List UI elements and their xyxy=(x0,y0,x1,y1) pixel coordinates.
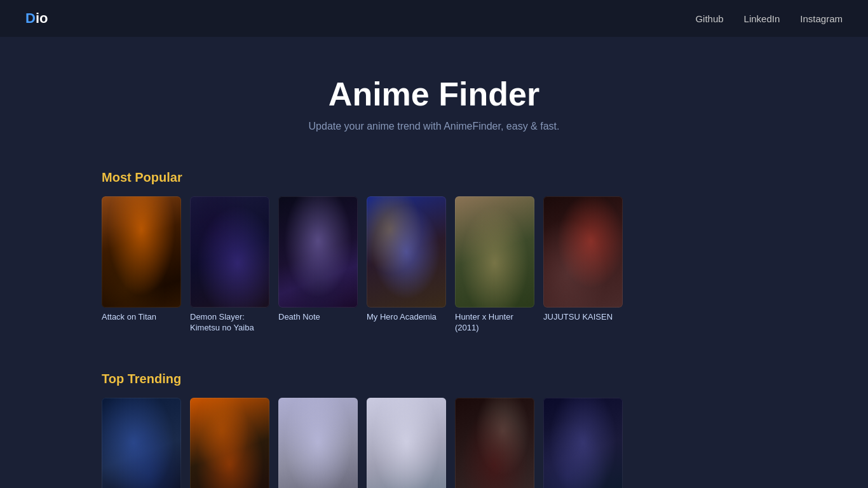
anime-title-hxh: Hunter x Hunter (2011) xyxy=(455,312,534,334)
top-trending-scroll[interactable]: BLUELOCK ONE PIECE Mobile Suit NieR:Auto… xyxy=(102,398,766,488)
top-trending-title: Top Trending xyxy=(102,372,766,386)
anime-card-bl[interactable]: BLUELOCK xyxy=(102,398,181,488)
logo[interactable]: Dio xyxy=(25,10,48,27)
anime-card-aot[interactable]: Attack on Titan xyxy=(102,196,181,334)
most-popular-scroll[interactable]: Attack on Titan Demon Slayer: Kimetsu no… xyxy=(102,196,766,340)
anime-title-dn: Death Note xyxy=(278,312,358,323)
anime-card-misfit[interactable]: The Misfit of xyxy=(543,398,623,488)
anime-card-tr[interactable]: Tokyo Revengers xyxy=(455,398,534,488)
anime-card-nier[interactable]: NieR:Automata xyxy=(367,398,446,488)
nav-linkedin[interactable]: LinkedIn xyxy=(744,13,780,24)
anime-card-dn[interactable]: Death Note xyxy=(278,196,358,334)
anime-title-aot: Attack on Titan xyxy=(102,312,181,323)
logo-rest: io xyxy=(36,10,48,26)
nav-github[interactable]: Github xyxy=(695,13,723,24)
most-popular-title: Most Popular xyxy=(102,170,766,185)
anime-card-jjk[interactable]: JUJUTSU KAISEN xyxy=(543,196,623,334)
hero-subtitle: Update your anime trend with AnimeFinder… xyxy=(13,121,855,132)
hero-section: Anime Finder Update your anime trend wit… xyxy=(0,37,868,158)
top-trending-section: Top Trending BLUELOCK ONE PIECE Mobile S… xyxy=(0,359,868,488)
anime-card-ms[interactable]: Mobile Suit xyxy=(278,398,358,488)
navbar: Dio Github LinkedIn Instagram xyxy=(0,0,868,37)
hero-title: Anime Finder xyxy=(13,75,855,113)
anime-card-ds[interactable]: Demon Slayer: Kimetsu no Yaiba xyxy=(190,196,269,334)
anime-card-mha[interactable]: My Hero Academia xyxy=(367,196,446,334)
most-popular-row: Attack on Titan Demon Slayer: Kimetsu no… xyxy=(102,196,623,340)
anime-card-op[interactable]: ONE PIECE xyxy=(190,398,269,488)
anime-title-mha: My Hero Academia xyxy=(367,312,446,323)
most-popular-section: Most Popular Attack on Titan Demon Slaye… xyxy=(0,158,868,359)
anime-card-hxh[interactable]: Hunter x Hunter (2011) xyxy=(455,196,534,334)
anime-title-jjk: JUJUTSU KAISEN xyxy=(543,312,623,323)
anime-title-ds: Demon Slayer: Kimetsu no Yaiba xyxy=(190,312,269,334)
nav-links: Github LinkedIn Instagram xyxy=(695,13,843,24)
logo-d: D xyxy=(25,10,36,26)
nav-instagram[interactable]: Instagram xyxy=(800,13,843,24)
top-trending-row: BLUELOCK ONE PIECE Mobile Suit NieR:Auto… xyxy=(102,398,623,488)
